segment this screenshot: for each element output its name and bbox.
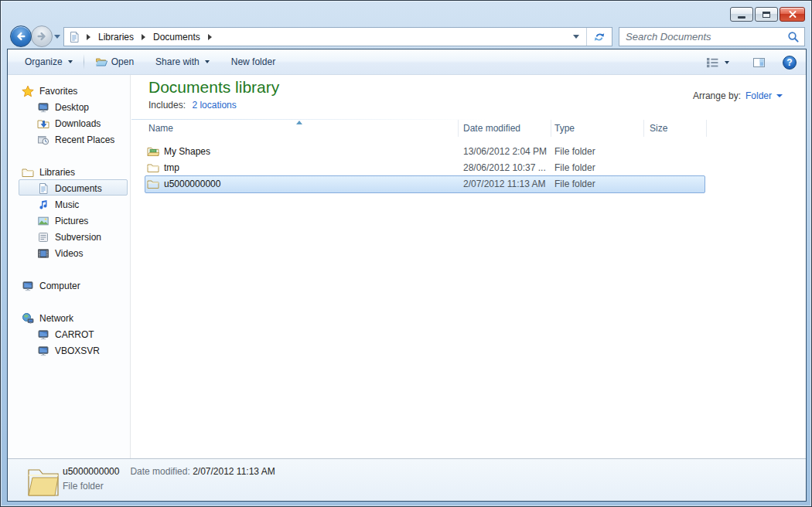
sidebar-item-videos[interactable]: Videos xyxy=(37,245,83,261)
folder-icon xyxy=(147,162,159,174)
star-icon xyxy=(22,85,34,97)
breadcrumb-libraries[interactable]: Libraries xyxy=(97,29,135,46)
sidebar-label: Music xyxy=(55,199,79,210)
maximize-button[interactable] xyxy=(755,7,778,22)
sidebar-item-recent-places[interactable]: Recent Places xyxy=(37,131,114,148)
maximize-icon xyxy=(763,12,770,18)
chevron-down-icon xyxy=(68,60,73,63)
organize-button[interactable]: Organize xyxy=(19,53,79,70)
back-arrow-icon xyxy=(12,28,29,45)
includes-label: Includes: xyxy=(148,100,186,111)
network-globe-icon xyxy=(22,312,34,325)
details-pane: u5000000000Date modified: 2/07/2012 11:1… xyxy=(8,458,806,501)
details-file-type: File folder xyxy=(63,481,104,492)
sidebar-item-music[interactable]: Music xyxy=(37,196,79,213)
chevron-down-icon xyxy=(776,94,783,97)
file-type: File folder xyxy=(554,175,595,192)
file-type: File folder xyxy=(554,143,595,159)
chevron-down-icon xyxy=(205,60,210,63)
sidebar-label: Favorites xyxy=(39,86,77,97)
network-computer-icon xyxy=(37,345,49,357)
change-view-button[interactable] xyxy=(700,53,735,72)
sidebar-label: Subversion xyxy=(55,232,101,243)
sidebar-item-favorites[interactable]: Favorites xyxy=(22,83,77,99)
sidebar-label: Videos xyxy=(55,248,83,259)
minimize-icon xyxy=(738,16,745,19)
organize-label: Organize xyxy=(25,56,63,67)
search-input[interactable] xyxy=(626,31,787,43)
table-row-u5000000000-selected[interactable]: u5000000000 2/07/2012 11:13 AM File fold… xyxy=(131,175,806,192)
sidebar-item-pictures[interactable]: Pictures xyxy=(37,213,88,229)
sidebar-label: CARROT xyxy=(55,329,94,340)
folder-icon xyxy=(147,178,159,190)
forward-button[interactable] xyxy=(31,26,53,47)
explorer-content: Organize Open Share with New folder xyxy=(7,49,807,502)
sidebar-label: Documents xyxy=(55,183,102,194)
share-with-label: Share with xyxy=(155,56,200,67)
breadcrumb-separator xyxy=(208,34,212,40)
forward-arrow-icon xyxy=(33,28,50,45)
sidebar-item-desktop[interactable]: Desktop xyxy=(37,99,89,115)
back-button[interactable] xyxy=(10,26,32,47)
sidebar-item-computer[interactable]: Computer xyxy=(22,277,80,294)
window-controls xyxy=(730,7,805,22)
column-divider[interactable] xyxy=(551,120,551,137)
column-header-type[interactable]: Type xyxy=(554,120,575,137)
column-header-name[interactable]: Name xyxy=(148,120,173,137)
breadcrumb-documents[interactable]: Documents xyxy=(152,29,202,46)
sort-ascending-icon xyxy=(296,121,302,124)
arrange-by[interactable]: Arrange by: Folder xyxy=(693,90,783,101)
sidebar-label: Desktop xyxy=(55,102,89,113)
table-row-tmp[interactable]: tmp 28/06/2012 10:37 ... File folder xyxy=(131,159,806,175)
library-includes: Includes: 2 locations xyxy=(148,100,237,111)
sidebar-item-subversion[interactable]: Subversion xyxy=(37,229,101,245)
address-dropdown-icon[interactable] xyxy=(573,35,579,39)
new-folder-button[interactable]: New folder xyxy=(225,53,281,70)
window-frame: Libraries Documents Organize xyxy=(0,0,812,507)
sidebar-item-network[interactable]: Network xyxy=(22,310,73,326)
arrange-by-label: Arrange by: xyxy=(693,90,741,101)
sidebar-label: Network xyxy=(39,313,73,324)
table-row-my-shapes[interactable]: My Shapes 13/06/2012 2:04 PM File folder xyxy=(131,143,806,159)
sidebar-item-vboxsvr[interactable]: VBOXSVR xyxy=(37,342,100,359)
column-divider[interactable] xyxy=(458,120,459,137)
close-button[interactable] xyxy=(780,7,805,22)
file-list-pane: Documents library Includes: 2 locations … xyxy=(131,75,806,458)
locations-link[interactable]: 2 locations xyxy=(192,100,236,111)
sidebar-item-documents[interactable]: Documents xyxy=(37,180,102,196)
close-icon xyxy=(789,11,797,18)
help-button[interactable]: ? xyxy=(783,56,797,70)
sidebar-label: Computer xyxy=(39,281,80,291)
chevron-down-icon xyxy=(725,61,729,64)
column-divider[interactable] xyxy=(643,120,644,137)
file-name: tmp xyxy=(164,159,179,175)
sidebar-item-libraries[interactable]: Libraries xyxy=(22,164,75,180)
column-header-size[interactable]: Size xyxy=(650,120,667,137)
file-date-modified: 28/06/2012 10:37 ... xyxy=(463,159,546,175)
column-header-date-modified[interactable]: Date modified xyxy=(463,120,520,137)
picture-icon xyxy=(37,215,49,227)
open-button[interactable]: Open xyxy=(89,53,140,71)
address-bar[interactable]: Libraries Documents xyxy=(63,27,612,46)
details-file-name: u5000000000 xyxy=(63,466,119,477)
document-icon xyxy=(37,182,49,195)
recent-pages-dropdown[interactable] xyxy=(54,35,60,39)
toolbar-separator xyxy=(84,54,84,70)
column-divider[interactable] xyxy=(706,120,707,137)
sidebar-item-carrot[interactable]: CARROT xyxy=(37,326,94,342)
refresh-button[interactable] xyxy=(586,28,612,46)
share-with-button[interactable]: Share with xyxy=(149,53,216,70)
sidebar-label: VBOXSVR xyxy=(55,345,100,356)
preview-pane-button[interactable] xyxy=(746,53,772,72)
minimize-button[interactable] xyxy=(730,7,753,22)
selected-folder-icon xyxy=(25,462,62,499)
new-folder-label: New folder xyxy=(231,56,275,67)
shapes-folder-icon xyxy=(147,145,159,158)
preview-pane-icon xyxy=(752,56,766,69)
search-icon[interactable] xyxy=(787,31,800,43)
arrange-by-value[interactable]: Folder xyxy=(745,90,772,101)
file-type: File folder xyxy=(554,159,595,175)
sidebar-item-downloads[interactable]: Downloads xyxy=(37,115,101,131)
search-box[interactable] xyxy=(619,27,805,46)
navigation-pane: Favorites Desktop Downloads Recent Place… xyxy=(8,75,131,458)
